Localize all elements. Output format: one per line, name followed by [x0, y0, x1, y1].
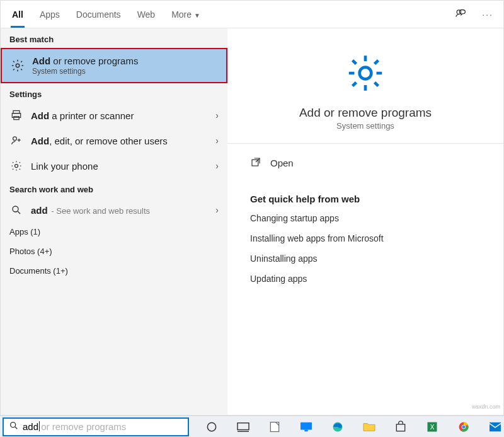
svg-point-11	[207, 422, 215, 431]
tab-web[interactable]: Web	[136, 2, 157, 27]
svg-point-6	[15, 165, 18, 168]
search-icon	[9, 421, 19, 433]
search-value: add	[23, 421, 40, 432]
taskbar: add or remove programs add X	[0, 416, 504, 437]
tab-documents[interactable]: Documents	[75, 2, 122, 27]
quick-help-item[interactable]: Installing web apps from Microsoft	[227, 228, 503, 248]
chevron-right-icon: ›	[215, 161, 219, 171]
more-icon[interactable]: ···	[482, 9, 493, 20]
search-flyout: All Apps Documents Web More▼ ··· Best ma…	[0, 0, 504, 416]
setting-add-printer[interactable]: Add a printer or scanner ›	[1, 103, 227, 128]
svg-point-7	[13, 206, 18, 212]
svg-point-8	[360, 67, 372, 79]
quick-help-header: Get quick help from web	[227, 182, 503, 208]
app-edge-icon[interactable]	[329, 418, 346, 436]
open-icon	[250, 156, 261, 170]
app-excel-icon[interactable]: X	[423, 418, 441, 436]
category-apps[interactable]: Apps (1)	[1, 222, 227, 242]
app-monitor-icon[interactable]	[297, 418, 315, 436]
gear-icon	[9, 160, 23, 172]
svg-point-10	[11, 422, 16, 428]
open-action[interactable]: Open	[250, 153, 481, 173]
task-view-icon[interactable]	[234, 418, 252, 436]
user-plus-icon	[9, 134, 23, 147]
chevron-right-icon: ›	[215, 205, 219, 215]
chevron-down-icon: ▼	[194, 12, 200, 19]
cortana-icon[interactable]	[203, 418, 220, 436]
tab-more[interactable]: More▼	[170, 2, 202, 27]
tab-apps[interactable]: Apps	[38, 2, 61, 27]
svg-rect-14	[301, 422, 312, 429]
app-file-explorer-icon[interactable]	[360, 418, 378, 436]
svg-point-22	[462, 425, 466, 428]
chevron-right-icon: ›	[215, 136, 219, 146]
svg-rect-4	[14, 117, 19, 120]
watermark: wsxdn.com	[472, 404, 500, 410]
gear-icon	[343, 51, 387, 97]
setting-add-users[interactable]: Add, edit, or remove other users ›	[1, 128, 227, 153]
setting-link-phone[interactable]: Link your phone ›	[1, 153, 227, 178]
category-photos[interactable]: Photos (4+)	[1, 242, 227, 261]
svg-text:X: X	[430, 424, 435, 431]
detail-pane: Add or remove programs System settings O…	[227, 28, 503, 415]
svg-point-1	[16, 64, 20, 67]
svg-rect-12	[238, 422, 249, 429]
section-settings: Settings	[1, 83, 227, 103]
quick-help-item[interactable]: Updating apps	[227, 269, 503, 289]
app-chrome-icon[interactable]	[455, 418, 472, 436]
section-best-match: Best match	[1, 28, 227, 48]
svg-rect-15	[304, 429, 307, 431]
app-store-icon[interactable]	[392, 418, 410, 436]
svg-point-5	[13, 137, 17, 141]
tab-all[interactable]: All	[11, 2, 25, 27]
svg-rect-17	[396, 424, 404, 431]
section-search-web: Search work and web	[1, 178, 227, 198]
detail-hero: Add or remove programs System settings	[227, 28, 503, 144]
quick-help-item[interactable]: Uninstalling apps	[227, 248, 503, 269]
category-documents[interactable]: Documents (1+)	[1, 261, 227, 281]
detail-title: Add or remove programs	[299, 106, 432, 120]
search-web-row[interactable]: add - See work and web results ›	[1, 198, 227, 222]
quick-help-item[interactable]: Changing startup apps	[227, 208, 503, 228]
app-libreoffice-icon[interactable]	[266, 418, 284, 436]
svg-rect-23	[490, 422, 501, 431]
chevron-right-icon: ›	[215, 110, 219, 120]
detail-subtitle: System settings	[336, 121, 394, 131]
printer-icon	[9, 109, 23, 122]
taskbar-icons: X	[203, 418, 504, 436]
best-match-item[interactable]: Add or remove programs System settings	[1, 48, 227, 83]
gear-icon	[11, 59, 25, 73]
best-match-subtitle: System settings	[32, 67, 217, 76]
taskbar-search[interactable]: add or remove programs add	[3, 417, 189, 436]
search-icon	[9, 204, 23, 216]
results-pane: Best match Add or remove programs System…	[1, 28, 227, 415]
tabs-bar: All Apps Documents Web More▼ ···	[1, 1, 503, 28]
app-mail-icon[interactable]	[486, 418, 504, 436]
feedback-icon[interactable]	[454, 6, 468, 22]
